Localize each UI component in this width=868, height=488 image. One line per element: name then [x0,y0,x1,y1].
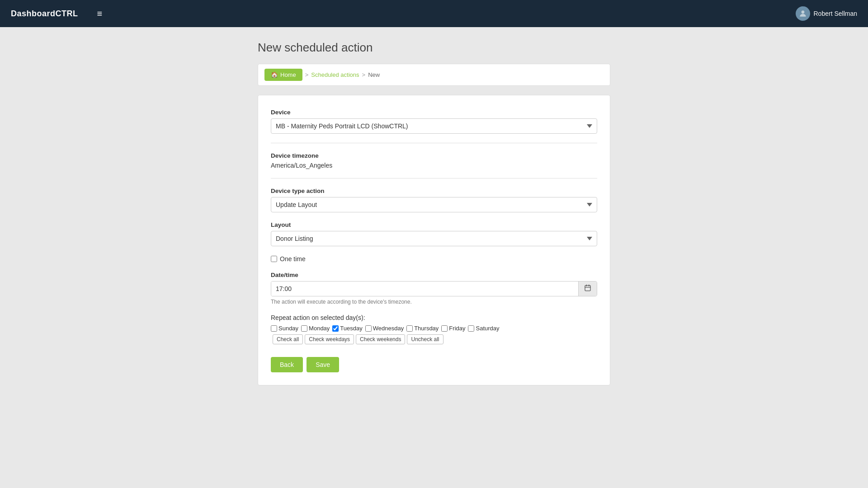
timezone-value: America/Los_Angeles [271,162,597,169]
breadcrumb-sep-2: > [362,71,366,78]
datetime-input[interactable] [271,282,578,296]
day-thursday-checkbox[interactable] [406,325,413,332]
navbar: DashboardCTRL ≡ Robert Sellman [0,0,868,27]
datetime-input-row [271,281,597,296]
day-friday-checkbox[interactable] [441,325,448,332]
layout-group: Layout Donor Listing [271,221,597,246]
hamburger-menu-icon[interactable]: ≡ [97,9,103,19]
device-type-action-select[interactable]: Update Layout [271,197,597,212]
day-thursday: Thursday [406,325,439,332]
datetime-label: Date/time [271,272,597,278]
check-all-button[interactable]: Check all [273,334,303,344]
day-saturday-label[interactable]: Saturday [476,325,499,332]
breadcrumb: 🏠 Home > Scheduled actions > New [258,64,610,86]
layout-label: Layout [271,221,597,228]
day-tuesday-label[interactable]: Tuesday [340,325,362,332]
form-actions: Back Save [271,357,597,372]
breadcrumb-sep-1: > [305,71,309,78]
device-type-action-group: Device type action Update Layout [271,188,597,212]
day-tuesday-checkbox[interactable] [332,325,339,332]
brand-logo: DashboardCTRL [11,9,78,19]
day-tuesday: Tuesday [332,325,362,332]
device-select[interactable]: MB - Maternity Peds Portrait LCD (ShowCT… [271,118,597,134]
one-time-row: One time [271,255,597,263]
day-wednesday: Wednesday [365,325,404,332]
calendar-icon [584,284,591,291]
form-card: Device MB - Maternity Peds Portrait LCD … [258,95,610,385]
device-label: Device [271,109,597,116]
days-row: Sunday Monday Tuesday Wednesday Thursday [271,325,597,344]
svg-rect-1 [585,286,590,291]
back-button[interactable]: Back [271,357,303,372]
datetime-group: Date/time The action will execute accord… [271,272,597,305]
day-monday: Monday [301,325,330,332]
day-sunday: Sunday [271,325,298,332]
day-monday-checkbox[interactable] [301,325,307,332]
day-wednesday-checkbox[interactable] [365,325,372,332]
page-title: New scheduled action [258,41,610,55]
user-avatar-icon [796,6,810,21]
uncheck-all-button[interactable]: Uncheck all [407,334,443,344]
calendar-button[interactable] [578,282,597,296]
day-quick-buttons: Check all Check weekdays Check weekends … [273,334,443,344]
repeat-label: Repeat action on selected day(s): [271,314,597,321]
home-icon: 🏠 [271,71,278,78]
breadcrumb-new: New [368,71,380,78]
day-sunday-label[interactable]: Sunday [278,325,298,332]
datetime-hint: The action will execute according to the… [271,299,597,305]
one-time-label[interactable]: One time [280,255,306,263]
repeat-group: Repeat action on selected day(s): Sunday… [271,314,597,344]
breadcrumb-scheduled-actions[interactable]: Scheduled actions [311,71,359,78]
save-button[interactable]: Save [307,357,339,372]
day-monday-label[interactable]: Monday [309,325,330,332]
home-label: Home [280,71,296,78]
device-type-action-label: Device type action [271,188,597,194]
timezone-label: Device timezone [271,152,597,159]
day-wednesday-label[interactable]: Wednesday [373,325,404,332]
day-friday-label[interactable]: Friday [449,325,465,332]
device-group: Device MB - Maternity Peds Portrait LCD … [271,109,597,134]
check-weekdays-button[interactable]: Check weekdays [305,334,354,344]
user-name: Robert Sellman [814,10,858,17]
layout-select[interactable]: Donor Listing [271,231,597,246]
day-saturday-checkbox[interactable] [468,325,474,332]
home-button[interactable]: 🏠 Home [264,69,302,81]
timezone-group: Device timezone America/Los_Angeles [271,152,597,169]
day-thursday-label[interactable]: Thursday [414,325,439,332]
day-saturday: Saturday [468,325,499,332]
one-time-checkbox[interactable] [271,256,277,262]
day-friday: Friday [441,325,465,332]
check-weekends-button[interactable]: Check weekends [356,334,405,344]
svg-point-0 [801,10,804,14]
user-menu[interactable]: Robert Sellman [796,6,858,21]
day-sunday-checkbox[interactable] [271,325,277,332]
